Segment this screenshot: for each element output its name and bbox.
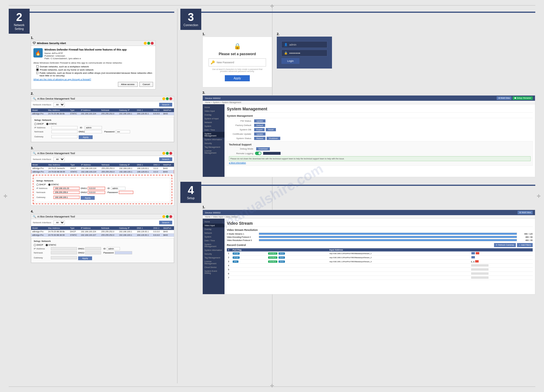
- stream1-bar[interactable]: [259, 233, 517, 235]
- id-input-2[interactable]: [85, 126, 102, 129]
- sidebar-item-overlay-3[interactable]: Overlay: [203, 113, 225, 117]
- notice-link[interactable]: ● More information: [229, 162, 531, 164]
- dialog-close-btn[interactable]: [151, 42, 154, 45]
- password-input-3[interactable]: [119, 191, 133, 194]
- tool-max-4[interactable]: [166, 215, 169, 218]
- dns1-input-4[interactable]: [85, 247, 101, 250]
- sidebar-item-home-3[interactable]: Home: [203, 105, 225, 109]
- login-btn-3[interactable]: ⬟ Setup: Rename: [513, 96, 533, 100]
- dialog-max-btn[interactable]: [147, 42, 150, 45]
- table-row-3a[interactable]: alBridge-Pro 24:79:25 Series/hr DHCP 192…: [31, 167, 174, 170]
- toggle-remote-logging[interactable]: [255, 152, 261, 155]
- system-db-export-btn[interactable]: Export: [254, 128, 265, 131]
- option1-checkbox[interactable]: [36, 65, 39, 68]
- allow-access-button[interactable]: Allow access: [118, 82, 138, 87]
- stream2-bar[interactable]: [259, 236, 517, 238]
- sidebar-item-network-3[interactable]: Network: [203, 121, 225, 124]
- add-filters-btn[interactable]: ＋ Add Filters: [517, 243, 533, 247]
- gateway-input-2[interactable]: [51, 135, 78, 138]
- stream-row-7[interactable]: 7: [227, 276, 533, 280]
- stream-row-5[interactable]: 5: [227, 268, 533, 272]
- ip-input-2[interactable]: [51, 126, 78, 129]
- gateway-input-3[interactable]: [53, 196, 80, 199]
- dhcp-radio-4[interactable]: DHCP: [34, 244, 43, 246]
- stream3-bar[interactable]: [259, 239, 517, 241]
- dhcp-radio-3[interactable]: DHCP: [36, 183, 46, 186]
- stream-row3-icon1[interactable]: [475, 260, 479, 262]
- static-radio-3[interactable]: STATIC: [48, 183, 59, 186]
- apply-btn-3[interactable]: Apply: [81, 196, 95, 200]
- fw-status-btn[interactable]: Update: [254, 119, 265, 123]
- sidebar-item-sysmgmt-3[interactable]: System Management: [203, 132, 225, 138]
- system-db-reset-btn[interactable]: Reset: [266, 128, 276, 131]
- table-row-4a[interactable]: alBridge-Pro 24:79:25:9B:38:6b DHCP 192.…: [31, 230, 174, 233]
- debug-download-btn[interactable]: Download: [256, 147, 270, 150]
- vs-sidebar-sysmgmt[interactable]: System Management: [203, 242, 225, 248]
- tool-min-2[interactable]: [162, 97, 165, 100]
- network-interface-select-4[interactable]: All: [53, 220, 65, 225]
- vs-sidebar-network[interactable]: Network: [203, 231, 225, 235]
- sidebar-item-security-3[interactable]: Security: [203, 141, 225, 145]
- table-row[interactable]: alBridge-Pro 24:79:25:9B:38:6b STATIC 19…: [31, 112, 174, 116]
- network-interface-select-2[interactable]: All: [53, 103, 65, 107]
- sidebar-item-datetime-3[interactable]: Date / Time: [203, 128, 225, 132]
- id-input-4[interactable]: [107, 247, 120, 250]
- search-button-2[interactable]: Search: [159, 103, 172, 107]
- tool-close-3[interactable]: [169, 152, 172, 155]
- login-button[interactable]: Login: [281, 58, 299, 64]
- stream-row4-action[interactable]: [471, 264, 489, 267]
- stream-row2-icon1[interactable]: [471, 256, 475, 258]
- cert-update-btn[interactable]: Update: [254, 132, 265, 136]
- dialog-link[interactable]: What are the risks of allowing an app th…: [33, 78, 153, 81]
- dns2-input-2[interactable]: [85, 130, 102, 133]
- vs-sidebar-system[interactable]: System: [203, 235, 225, 239]
- vs-sidebar-video[interactable]: Video Input: [203, 224, 225, 227]
- password-input-2[interactable]: [116, 130, 130, 133]
- netmask-input-2[interactable]: [51, 130, 78, 133]
- tool-min-3[interactable]: [162, 152, 165, 155]
- sidebar-item-sysinfo-3[interactable]: System Information: [203, 138, 225, 141]
- vs-sidebar-home[interactable]: Home: [203, 220, 225, 224]
- new-password-input[interactable]: [217, 61, 264, 64]
- option3-checkbox[interactable]: [36, 72, 38, 74]
- dns2-input-3[interactable]: [88, 191, 105, 194]
- sidebar-item-video-3[interactable]: Video Input: [203, 109, 225, 113]
- stream-row1-icon1[interactable]: [471, 252, 475, 254]
- tool-max-3[interactable]: [166, 152, 169, 155]
- sidebar-item-soi-3[interactable]: System of Input: [203, 117, 225, 121]
- stream-row-6[interactable]: 6: [227, 272, 533, 276]
- stream-row5-action[interactable]: [471, 268, 489, 271]
- multiview-btn-3[interactable]: ⊞ Multi View: [497, 96, 512, 100]
- static-radio-2[interactable]: STATIC: [46, 123, 57, 125]
- static-radio-4[interactable]: STATIC: [46, 244, 56, 246]
- vs-sidebar-security[interactable]: Security: [203, 252, 225, 256]
- stream-row-1[interactable]: 1 RTSP ENABLE DIAG rtsp://192.168.0.1/Po…: [227, 251, 533, 256]
- ip-input-4[interactable]: [51, 247, 77, 250]
- stream-row6-action[interactable]: [471, 272, 489, 275]
- vs-sidebar-sysinfo[interactable]: System Information: [203, 248, 225, 252]
- network-interface-select-3[interactable]: All: [53, 157, 65, 161]
- vs-sidebar-tag[interactable]: Tag Management: [203, 256, 225, 260]
- tool-close-4[interactable]: [169, 215, 172, 218]
- table-row-3b[interactable]: alBridge-Pro 24:79:30:9B:38:99 STATIC 19…: [31, 170, 174, 174]
- vs-multiview-btn[interactable]: ⊞ Multi View: [518, 211, 533, 214]
- system-shutdown-btn[interactable]: Shutdown: [267, 137, 280, 140]
- option2-checkbox[interactable]: [36, 69, 39, 71]
- stream-row-2[interactable]: 2 RTSP ENABLE DIAG rtsp://192.168.0.1/Po…: [227, 256, 533, 260]
- sidebar-item-tag-3[interactable]: Tag Management: [203, 145, 225, 149]
- table-row-4b[interactable]: alBridge-Pro 24:79:30:9B:38:99 STATIC 19…: [31, 233, 174, 237]
- cancel-button[interactable]: Cancel: [139, 82, 153, 87]
- ip-input-3[interactable]: [53, 187, 80, 190]
- dns1-input-3[interactable]: [88, 187, 105, 190]
- sidebar-item-license-3[interactable]: License Management: [203, 149, 225, 155]
- search-button-3[interactable]: Search: [159, 157, 172, 161]
- vs-sidebar-setting[interactable]: System Event Setting: [203, 269, 225, 275]
- stream-row7-action[interactable]: [471, 276, 489, 279]
- tool-close-2[interactable]: [169, 97, 172, 100]
- stream-row1-icon2[interactable]: [476, 252, 479, 254]
- password-input-4[interactable]: [115, 251, 132, 254]
- netmask-input-3[interactable]: [53, 191, 80, 194]
- id-input-3[interactable]: [111, 187, 125, 190]
- stream-row-4[interactable]: 4: [227, 264, 533, 268]
- tool-min-4[interactable]: [162, 215, 165, 218]
